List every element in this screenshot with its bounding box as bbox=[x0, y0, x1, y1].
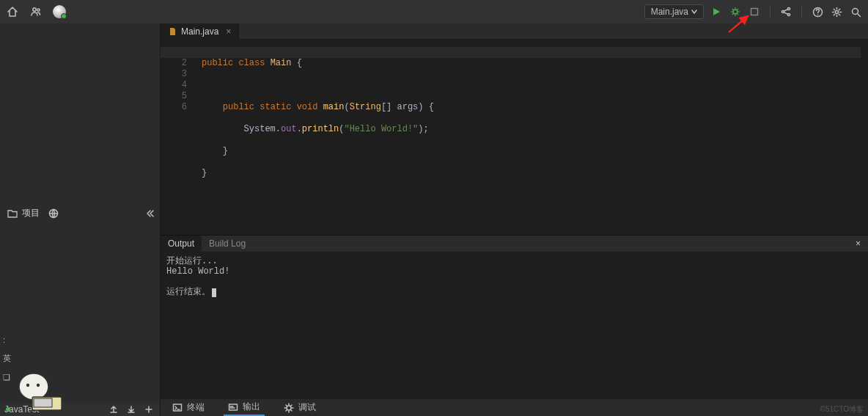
stop-icon[interactable] bbox=[748, 5, 761, 18]
debug-icon[interactable] bbox=[729, 5, 742, 18]
divider bbox=[770, 5, 770, 18]
share-icon[interactable] bbox=[779, 5, 792, 18]
editor-tabs: Main.java × bbox=[161, 23, 868, 40]
people-icon[interactable] bbox=[29, 5, 43, 18]
search-icon[interactable] bbox=[849, 5, 862, 18]
svg-point-10 bbox=[852, 8, 858, 14]
dock-output[interactable]: 输出 bbox=[224, 399, 265, 416]
globe-icon[interactable] bbox=[47, 207, 60, 220]
side-chips: : 英 ❏ bbox=[0, 335, 11, 382]
output-panel: Output Build Log × 开始运行... Hello World! … bbox=[161, 235, 868, 416]
run-icon[interactable] bbox=[710, 5, 723, 18]
top-toolbar: Main.java bbox=[0, 0, 868, 23]
editor-tab-main[interactable]: Main.java × bbox=[161, 23, 239, 39]
svg-rect-15 bbox=[229, 404, 238, 410]
close-output-icon[interactable]: × bbox=[848, 236, 868, 252]
dock-debug[interactable]: 调试 bbox=[279, 400, 320, 415]
svg-point-1 bbox=[37, 9, 40, 11]
output-tab-output[interactable]: Output bbox=[161, 236, 202, 252]
divider bbox=[801, 5, 802, 18]
avatar[interactable] bbox=[53, 5, 66, 18]
svg-point-2 bbox=[733, 10, 738, 14]
svg-rect-3 bbox=[751, 9, 758, 15]
line-gutter: 1 2 3 4 5 6 bbox=[161, 40, 196, 235]
project-tab-label: 项目 bbox=[22, 207, 40, 219]
svg-point-9 bbox=[835, 10, 838, 13]
collapse-sidebar-icon[interactable] bbox=[143, 207, 156, 220]
tab-label: Main.java bbox=[181, 26, 218, 37]
chip-colon[interactable]: : bbox=[3, 335, 11, 344]
help-icon[interactable] bbox=[811, 5, 824, 18]
svg-point-8 bbox=[817, 14, 817, 15]
home-icon[interactable] bbox=[6, 5, 19, 18]
cursor bbox=[212, 288, 216, 297]
output-tabs: Output Build Log × bbox=[161, 236, 868, 252]
project-panel-header: 项目 bbox=[0, 23, 161, 403]
project-tree-header: JavaTest bbox=[0, 403, 160, 416]
current-line-highlight bbox=[161, 47, 861, 58]
run-config-label: Main.java bbox=[651, 7, 688, 17]
console-body[interactable]: 开始运行... Hello World! 运行结束。 bbox=[161, 252, 868, 398]
svg-point-0 bbox=[33, 8, 36, 11]
project-sidebar: 项目 JavaTest JavaTest bbox=[0, 23, 161, 416]
chip-lang[interactable]: 英 bbox=[3, 353, 11, 364]
output-tab-buildlog[interactable]: Build Log bbox=[202, 236, 253, 252]
run-config-selector[interactable]: Main.java bbox=[644, 4, 704, 19]
watermark: ©51CTO博客 bbox=[820, 404, 864, 415]
code-body[interactable]: public class Main { public static void m… bbox=[196, 40, 434, 235]
status-dot bbox=[6, 407, 10, 412]
editor-area: Main.java × 1 2 3 4 5 6 public class Mai… bbox=[161, 23, 868, 416]
dock-terminal[interactable]: 终端 bbox=[168, 400, 209, 415]
export-icon[interactable] bbox=[107, 403, 120, 416]
code-editor[interactable]: 1 2 3 4 5 6 public class Main { public s… bbox=[161, 40, 868, 235]
settings-gear-icon[interactable] bbox=[830, 5, 843, 18]
chip-book[interactable]: ❏ bbox=[3, 373, 11, 382]
add-icon[interactable] bbox=[142, 403, 155, 416]
bottom-dock: 终端 输出 调试 bbox=[161, 398, 868, 416]
close-tab-icon[interactable]: × bbox=[226, 26, 231, 37]
download-icon[interactable] bbox=[125, 403, 138, 416]
